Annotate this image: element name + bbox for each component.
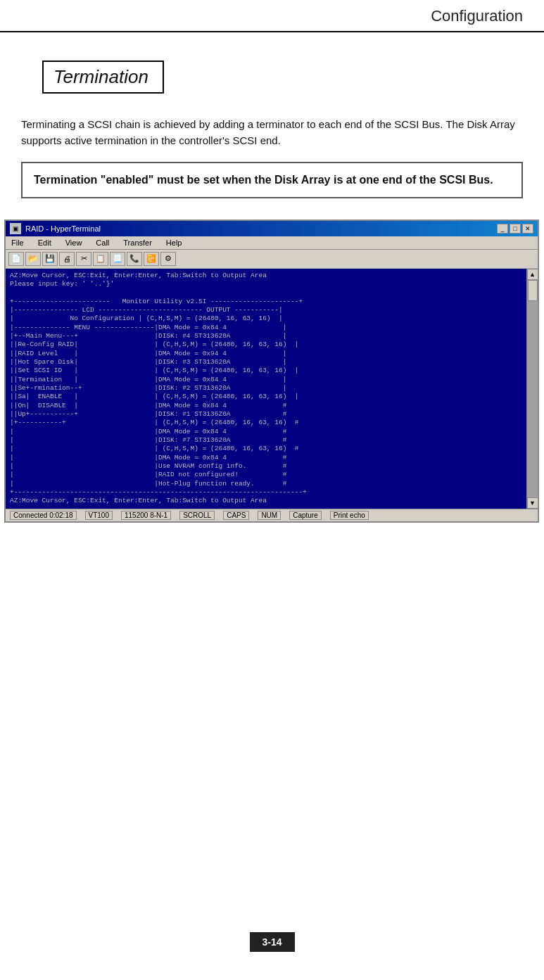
status-caps: CAPS bbox=[223, 511, 249, 520]
scroll-down-arrow[interactable]: ▼ bbox=[527, 497, 538, 509]
toolbar-cut[interactable]: ✂ bbox=[76, 252, 91, 266]
scroll-track bbox=[527, 280, 538, 497]
status-print-echo: Print echo bbox=[330, 511, 369, 520]
content-area: AZ:Move Cursor, ESC:Exit, Enter:Enter, T… bbox=[6, 269, 538, 509]
toolbar-save[interactable]: 💾 bbox=[42, 252, 58, 266]
titlebar-title: RAID - HyperTerminal bbox=[25, 224, 101, 233]
maximize-button[interactable]: □ bbox=[510, 224, 521, 234]
toolbar-prop[interactable]: ⚙ bbox=[160, 252, 176, 266]
status-vt: VT100 bbox=[85, 511, 113, 520]
titlebar: ▣ RAID - HyperTerminal _ □ ✕ bbox=[6, 221, 538, 236]
scroll-thumb[interactable] bbox=[528, 280, 538, 301]
toolbar-paste[interactable]: 📃 bbox=[110, 252, 125, 266]
toolbar-new[interactable]: 📄 bbox=[8, 252, 24, 266]
section-title: Termination bbox=[53, 66, 148, 87]
toolbar-print[interactable]: 🖨 bbox=[59, 252, 75, 266]
body-text: Terminating a SCSI chain is achieved by … bbox=[21, 116, 523, 149]
menu-transfer[interactable]: Transfer bbox=[120, 238, 155, 248]
status-capture: Capture bbox=[289, 511, 322, 520]
close-button[interactable]: ✕ bbox=[522, 224, 533, 234]
page-header: Configuration bbox=[0, 0, 544, 32]
header-title: Configuration bbox=[431, 7, 523, 25]
titlebar-left: ▣ RAID - HyperTerminal bbox=[10, 223, 101, 234]
menu-edit[interactable]: Edit bbox=[35, 238, 54, 248]
section-title-box: Termination bbox=[42, 61, 164, 94]
menu-file[interactable]: File bbox=[8, 238, 27, 248]
menu-help[interactable]: Help bbox=[163, 238, 185, 248]
scrollbar[interactable]: ▲ ▼ bbox=[526, 269, 538, 509]
terminal-output: AZ:Move Cursor, ESC:Exit, Enter:Enter, T… bbox=[6, 269, 526, 509]
hyperterminal-window: ▣ RAID - HyperTerminal _ □ ✕ File Edit V… bbox=[4, 219, 539, 523]
status-connected: Connected 0:02:18 bbox=[10, 511, 77, 520]
menu-call[interactable]: Call bbox=[93, 238, 112, 248]
toolbar: 📄 📂 💾 🖨 ✂ 📋 📃 📞 📴 ⚙ bbox=[6, 250, 538, 269]
titlebar-icon: ▣ bbox=[10, 223, 21, 234]
statusbar: Connected 0:02:18 VT100 115200 8-N-1 SCR… bbox=[6, 509, 538, 521]
warning-text: Termination "enabled" must be set when t… bbox=[34, 172, 510, 189]
status-scroll: SCROLL bbox=[179, 511, 215, 520]
menu-view[interactable]: View bbox=[63, 238, 85, 248]
toolbar-copy[interactable]: 📋 bbox=[93, 252, 108, 266]
page-number: 3-14 bbox=[249, 932, 294, 952]
minimize-button[interactable]: _ bbox=[497, 224, 508, 234]
status-num: NUM bbox=[258, 511, 281, 520]
warning-box: Termination "enabled" must be set when t… bbox=[21, 162, 523, 198]
toolbar-disconnect[interactable]: 📴 bbox=[144, 252, 159, 266]
status-baud: 115200 8-N-1 bbox=[121, 511, 171, 520]
toolbar-dial[interactable]: 📞 bbox=[127, 252, 142, 266]
toolbar-open[interactable]: 📂 bbox=[25, 252, 41, 266]
scroll-up-arrow[interactable]: ▲ bbox=[527, 269, 538, 280]
titlebar-buttons: _ □ ✕ bbox=[497, 224, 533, 234]
menubar: File Edit View Call Transfer Help bbox=[6, 236, 538, 250]
